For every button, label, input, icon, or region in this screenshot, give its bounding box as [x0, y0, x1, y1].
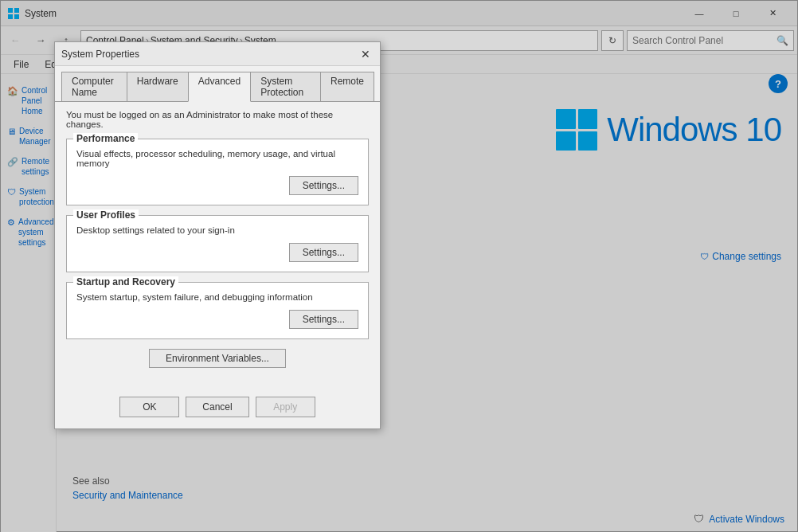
dialog-close-button[interactable]: ✕ [358, 46, 374, 62]
user-profiles-desc: Desktop settings related to your sign-in [76, 225, 358, 235]
apply-button[interactable]: Apply [256, 397, 315, 417]
user-profiles-legend: User Profiles [73, 209, 139, 221]
dialog-title-bar: System Properties ✕ [55, 42, 380, 66]
user-profiles-settings-button[interactable]: Settings... [289, 243, 358, 262]
startup-recovery-settings-button[interactable]: Settings... [289, 310, 358, 329]
tab-bar: Computer Name Hardware Advanced System P… [55, 66, 380, 101]
startup-recovery-legend: Startup and Recovery [73, 276, 178, 288]
performance-section: Performance Visual effects, processor sc… [66, 139, 369, 205]
admin-notice: You must be logged on as an Administrato… [66, 110, 369, 129]
tab-hardware[interactable]: Hardware [127, 72, 189, 102]
env-variables-button[interactable]: Environment Variables... [149, 349, 286, 368]
performance-settings-button[interactable]: Settings... [289, 176, 358, 195]
env-variables-row: Environment Variables... [66, 349, 369, 368]
startup-recovery-section: Startup and Recovery System startup, sys… [66, 282, 369, 339]
cancel-button[interactable]: Cancel [186, 397, 248, 417]
user-profiles-section: User Profiles Desktop settings related t… [66, 215, 369, 272]
tab-remote[interactable]: Remote [320, 72, 374, 102]
tab-system-protection[interactable]: System Protection [250, 72, 321, 102]
dialog-body: You must be logged on as an Administrato… [55, 101, 380, 390]
tab-computer-name[interactable]: Computer Name [61, 72, 127, 102]
system-properties-dialog: System Properties ✕ Computer Name Hardwa… [54, 41, 381, 429]
performance-legend: Performance [73, 133, 138, 144]
dialog-title: System Properties [61, 49, 358, 60]
startup-recovery-desc: System startup, system failure, and debu… [76, 292, 358, 302]
ok-button[interactable]: OK [119, 397, 179, 417]
dialog-footer: OK Cancel Apply [55, 390, 380, 428]
performance-desc: Visual effects, processor scheduling, me… [76, 149, 358, 168]
tab-advanced[interactable]: Advanced [188, 72, 251, 102]
